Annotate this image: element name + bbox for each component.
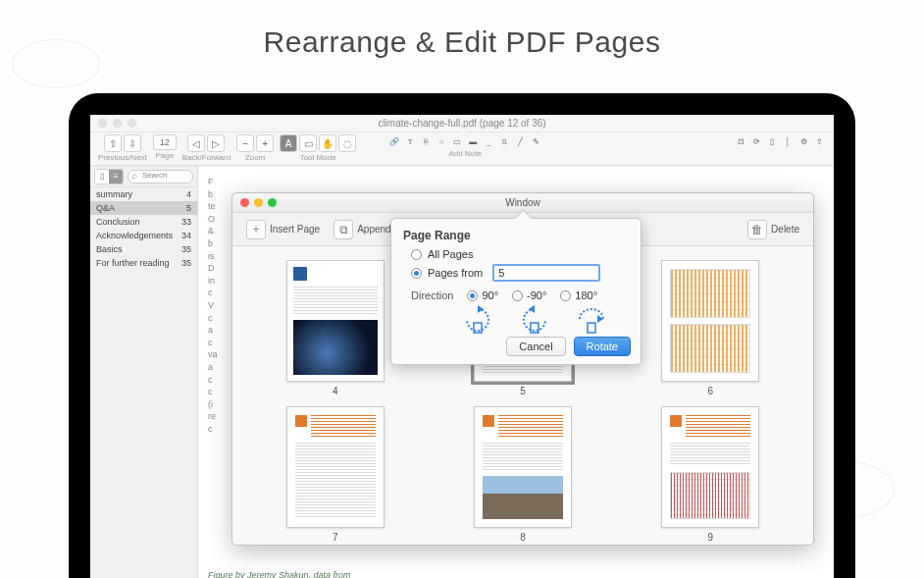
- highlight-icon[interactable]: ▬: [466, 134, 480, 148]
- popover-title: Page Range: [403, 229, 629, 242]
- page-number: 5: [520, 386, 526, 396]
- cloud-decoration: [12, 39, 100, 88]
- delete-button[interactable]: 🗑 Delete: [744, 218, 803, 241]
- text-tool-button[interactable]: A: [280, 134, 297, 152]
- tool-back-forward: ◁ ▷ Back/Forward: [182, 134, 231, 162]
- outline-item-ack[interactable]: Acknowledgements34: [90, 229, 197, 242]
- pen-icon[interactable]: ✎: [529, 134, 542, 148]
- gear-icon[interactable]: ⚙: [796, 134, 810, 148]
- anchor-note-icon[interactable]: ⎘: [419, 134, 433, 148]
- window-title: climate-change-full.pdf (page 12 of 36): [378, 118, 545, 129]
- rotate-button[interactable]: Rotate: [574, 337, 631, 356]
- outline-item-conclusion[interactable]: Conclusion33: [90, 215, 197, 229]
- thumb-9[interactable]: 9: [626, 406, 796, 543]
- rotate-popover: Page Range All Pages Pages from Directio…: [390, 218, 642, 365]
- maximize-dot[interactable]: [128, 119, 136, 128]
- link-icon[interactable]: 🔗: [387, 134, 401, 148]
- outline-item-further[interactable]: For further reading35: [90, 256, 197, 270]
- dir-neg90-option[interactable]: -90°: [512, 289, 546, 301]
- rotate-ccw-icon: [517, 305, 552, 335]
- cancel-button[interactable]: Cancel: [506, 337, 565, 356]
- svg-marker-0: [478, 305, 484, 313]
- rotate-icon[interactable]: ⟳: [749, 134, 763, 148]
- radio-icon: [411, 249, 422, 260]
- thumb-7[interactable]: 7: [250, 406, 420, 543]
- hand-tool-button[interactable]: ✋: [319, 134, 336, 152]
- rotate-180-icon: [574, 305, 609, 335]
- minimize-dot[interactable]: [113, 119, 122, 128]
- lasso-tool-button[interactable]: ◌: [338, 134, 356, 152]
- svg-rect-5: [588, 323, 595, 333]
- promo-title: Rearrange & Edit PDF Pages: [0, 26, 924, 59]
- body-text: FbteO&bisDincVcacvaacc(irec: [208, 176, 223, 435]
- thumb-6[interactable]: 6: [626, 260, 796, 396]
- pages-from-option[interactable]: Pages from: [411, 264, 629, 282]
- crop-icon[interactable]: ⊡: [734, 134, 747, 148]
- rotate-icons: [460, 305, 629, 335]
- tool-add-note: 🔗 T ⎘ ○ ▭ ▬ _ S ╱ ✎ Add Note: [387, 134, 542, 158]
- append-label: Append: [357, 224, 390, 235]
- outline-list: summary4 Q&A5 Conclusion33 Acknowledgeme…: [90, 187, 197, 270]
- back-button[interactable]: ◁: [187, 134, 205, 152]
- circle-note-icon[interactable]: ○: [435, 134, 448, 148]
- line-icon[interactable]: ╱: [513, 134, 527, 148]
- insert-page-icon: ＋: [246, 220, 266, 239]
- trash-icon: 🗑: [747, 220, 767, 239]
- tool-mode: A ▭ ✋ ◌ Tool Mode: [280, 134, 356, 162]
- radio-icon: [411, 268, 422, 279]
- window-titlebar: climate-change-full.pdf (page 12 of 36): [90, 115, 834, 132]
- all-pages-label: All Pages: [428, 248, 473, 260]
- delete-label: Delete: [771, 224, 799, 235]
- radio-icon: [467, 290, 478, 301]
- radio-icon: [560, 290, 571, 301]
- page-icon[interactable]: ▯: [765, 134, 779, 148]
- tool-zoom: − + Zoom: [236, 134, 274, 162]
- sidebar-view-toggle[interactable]: ▯ ≡: [94, 169, 124, 184]
- page-number: 9: [708, 532, 714, 543]
- page-number: 8: [520, 532, 526, 543]
- text-note-icon[interactable]: T: [403, 134, 417, 148]
- outline-item-basics[interactable]: Basics35: [90, 242, 197, 256]
- insert-page-button[interactable]: ＋ Insert Page: [242, 218, 324, 241]
- direction-label: Direction: [411, 289, 453, 301]
- tool-label: Add Note: [448, 149, 481, 158]
- underline-icon[interactable]: _: [482, 134, 495, 148]
- pages-from-input[interactable]: [492, 264, 600, 282]
- page-number: 7: [333, 532, 338, 543]
- rect-note-icon[interactable]: ▭: [450, 134, 464, 148]
- pages-from-label: Pages from: [428, 267, 483, 279]
- tool-label: Tool Mode: [300, 153, 336, 162]
- page-number-field[interactable]: [153, 134, 177, 150]
- modal-max-dot[interactable]: [268, 198, 277, 207]
- outline-item-qa[interactable]: Q&A5: [90, 201, 197, 215]
- next-page-button[interactable]: ⇩: [124, 134, 141, 152]
- svg-marker-2: [529, 305, 535, 313]
- outline-item-summary[interactable]: summary4: [90, 187, 197, 201]
- radio-icon: [512, 290, 523, 301]
- dir-180-option[interactable]: 180°: [560, 289, 597, 301]
- outline-view-icon[interactable]: ≡: [109, 170, 123, 184]
- all-pages-option[interactable]: All Pages: [411, 248, 629, 260]
- dir-90-option[interactable]: 90°: [467, 289, 498, 301]
- tool-page: Page: [153, 134, 177, 160]
- tool-label: Back/Forward: [182, 153, 231, 162]
- zoom-out-button[interactable]: −: [236, 134, 254, 152]
- thumb-8[interactable]: 8: [437, 406, 607, 543]
- rotate-cw-icon: [460, 305, 495, 335]
- strike-icon[interactable]: S: [497, 134, 511, 148]
- modal-close-dot[interactable]: [240, 198, 249, 207]
- figure-caption: Figure by Jeremy Shakun, data from: [208, 570, 351, 578]
- modal-min-dot[interactable]: [254, 198, 263, 207]
- prev-page-button[interactable]: ⇧: [104, 134, 122, 152]
- zoom-in-button[interactable]: +: [256, 134, 274, 152]
- search-input[interactable]: Search: [128, 170, 193, 184]
- thumbnail-view-icon[interactable]: ▯: [95, 170, 109, 184]
- append-button[interactable]: ⧉ Append: [330, 218, 394, 241]
- forward-button[interactable]: ▷: [207, 134, 225, 152]
- insert-label: Insert Page: [270, 224, 320, 235]
- close-dot[interactable]: [98, 119, 107, 128]
- sidebar: ▯ ≡ Search summary4 Q&A5 Conclusion33 Ac…: [90, 166, 198, 578]
- select-tool-button[interactable]: ▭: [299, 134, 317, 152]
- modal-traffic-lights: [240, 198, 277, 207]
- share-icon[interactable]: ⇪: [812, 134, 826, 148]
